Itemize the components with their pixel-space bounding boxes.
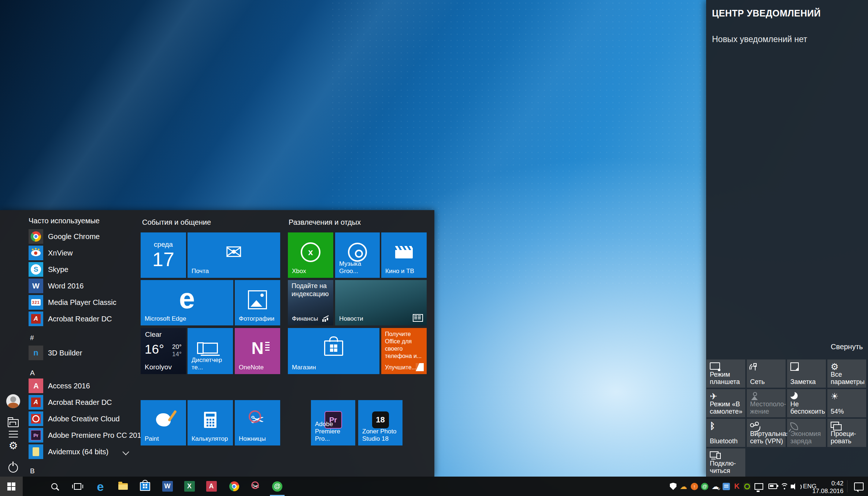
app-row-skype[interactable]: S Skype xyxy=(29,262,133,277)
project-screens-icon xyxy=(831,422,839,428)
tile-premiere[interactable]: Pr Adobe Premiere Pro... xyxy=(311,400,355,445)
taskbar-agent[interactable]: @ xyxy=(266,477,289,496)
app-row-premiere[interactable]: Pr Adobe Premiere Pro CC 2015.3 xyxy=(29,428,133,443)
tile-group-1-header[interactable]: События и общение xyxy=(142,218,211,227)
no-notifications-message: Новых уведомлений нет xyxy=(712,34,807,44)
tray-defender[interactable] xyxy=(668,477,679,496)
tile-groove-music[interactable]: Музыка Groo... xyxy=(335,232,380,278)
qa-connect[interactable]: Подклю-читься xyxy=(706,448,745,477)
blue-app-icon xyxy=(723,483,730,490)
qa-network[interactable]: Сеть xyxy=(747,359,786,388)
tray-battery[interactable] xyxy=(767,477,778,496)
user-account-button[interactable] xyxy=(5,393,21,409)
tile-finance[interactable]: Подайте на индексацию Финансы xyxy=(288,280,333,325)
settings-rail-button[interactable]: ⚙ xyxy=(5,438,21,454)
tile-calculator[interactable]: Калькулятор xyxy=(188,400,233,445)
tray-display[interactable] xyxy=(753,477,764,496)
section-letter-a[interactable]: A xyxy=(30,369,35,377)
tile-photos[interactable]: Фотографии xyxy=(235,280,280,325)
search-button[interactable] xyxy=(43,477,66,496)
action-center-button[interactable] xyxy=(853,477,864,496)
app-row-mpc[interactable]: 321 Media Player Classic xyxy=(29,295,133,310)
app-row-xnview[interactable]: XnView xyxy=(29,246,133,260)
chrome-icon xyxy=(229,481,239,491)
qa-quiet-hours[interactable]: Не беспокоить xyxy=(787,389,826,417)
collapse-link[interactable]: Свернуть xyxy=(831,343,863,351)
tray-app[interactable] xyxy=(721,477,732,496)
taskbar-edge[interactable]: e xyxy=(89,477,112,496)
tile-store[interactable]: Магазин xyxy=(288,328,379,374)
start-menu-panel: ⚙ Часто используемые Google Chrome XnVie… xyxy=(0,210,434,477)
app-row-access[interactable]: A Access 2016 xyxy=(29,378,133,393)
tile-snipping-tool[interactable]: ✂ Ножницы xyxy=(235,400,280,445)
app-row-3d-builder[interactable]: n 3D Builder xyxy=(29,346,133,360)
qa-project[interactable]: Проеци-ровать xyxy=(827,419,866,447)
tray-onedrive-sync[interactable]: ☁ xyxy=(710,477,721,496)
taskbar-word[interactable]: W xyxy=(156,477,179,496)
tile-mail[interactable]: ✉ Почта xyxy=(188,232,280,278)
battery-saver-leaf-icon xyxy=(790,422,798,430)
at-icon: @ xyxy=(701,483,708,490)
app-row-google-chrome[interactable]: Google Chrome xyxy=(29,229,133,244)
qa-airplane-mode[interactable]: ✈ Режим «В самолете» xyxy=(706,389,745,417)
qa-bluetooth[interactable]: ᛒ Bluetooth xyxy=(706,419,745,447)
app-row-acrobat[interactable]: A Acrobat Reader DC xyxy=(29,312,133,326)
tile-movies-tv[interactable]: Кино и ТВ xyxy=(381,232,427,278)
connect-devices-icon xyxy=(710,451,719,458)
power-button[interactable] xyxy=(5,460,21,476)
tile-get-office[interactable]: Получите Office для своего телефона и...… xyxy=(381,328,427,374)
google-chrome-icon xyxy=(29,229,43,244)
tray-volume[interactable] xyxy=(788,477,799,496)
weather-low: 14° xyxy=(172,351,182,358)
qa-brightness[interactable]: ☀ 54% xyxy=(827,389,866,417)
qa-location[interactable]: Местополо-жение xyxy=(747,389,786,417)
app-row-word[interactable]: W Word 2016 xyxy=(29,279,133,293)
qa-note[interactable]: Заметка xyxy=(787,359,826,388)
taskbar-clock[interactable]: 0:42 17.08.2016 xyxy=(812,480,843,495)
qa-tablet-mode[interactable]: Режим планшета xyxy=(706,359,745,388)
app-label: Acrobat Reader DC xyxy=(48,398,112,407)
app-row-adobe-cc[interactable]: Adobe Creative Cloud xyxy=(29,411,133,426)
app-row-avidemux[interactable]: Avidemux (64 bits) xyxy=(29,444,133,459)
app-row-acrobat-2[interactable]: A Acrobat Reader DC xyxy=(29,395,133,410)
tile-edge[interactable]: e Microsoft Edge xyxy=(141,280,233,325)
tile-xbox[interactable]: x Xbox xyxy=(288,232,333,278)
tile-paint[interactable]: Paint xyxy=(141,400,186,445)
phone-laptop-icon xyxy=(203,343,218,354)
finance-chart-icon xyxy=(322,316,330,322)
tray-agent[interactable]: @ xyxy=(699,477,710,496)
tile-weather[interactable]: Clear 16° 20° 14° Korolyov xyxy=(141,328,186,374)
qa-vpn[interactable]: Виртуальная сеть (VPN) xyxy=(747,419,786,447)
section-letter-hash[interactable]: # xyxy=(30,334,34,342)
tile-phone-companion[interactable]: Диспетчер те... xyxy=(188,328,233,374)
paint-palette-icon xyxy=(156,413,171,426)
taskbar-snipping-tool[interactable]: ✂ xyxy=(244,477,267,496)
taskbar-file-explorer[interactable] xyxy=(112,477,134,496)
qa-battery-saver[interactable]: Экономия заряда xyxy=(787,419,826,447)
app-label: Avidemux (64 bits) xyxy=(48,448,108,456)
tile-news[interactable]: Новости xyxy=(335,280,427,325)
start-button[interactable] xyxy=(0,477,23,496)
tray-kaspersky[interactable]: K xyxy=(731,477,742,496)
taskbar-excel[interactable]: X xyxy=(178,477,201,496)
tray-nvidia[interactable] xyxy=(742,477,753,496)
section-letter-b[interactable]: B xyxy=(30,467,35,475)
task-view-button[interactable] xyxy=(66,477,89,496)
office-action-text: Улучшите... xyxy=(385,364,416,371)
taskbar-access[interactable]: A xyxy=(200,477,223,496)
taskbar-store[interactable] xyxy=(134,477,156,496)
tile-zoner[interactable]: 18 Zoner Photo Studio 18 xyxy=(358,400,403,445)
tray-weather-cloud[interactable]: ☁ xyxy=(678,477,689,496)
qa-all-settings[interactable]: ⚙ Все параметры xyxy=(827,359,866,388)
tray-update[interactable]: ↑ xyxy=(689,477,700,496)
tile-group-2-header[interactable]: Развлечения и отдых xyxy=(289,218,361,227)
notification-bubble-icon xyxy=(854,482,864,491)
chevron-down-icon[interactable] xyxy=(122,448,129,455)
file-explorer-rail-button[interactable] xyxy=(5,415,21,431)
action-center-panel: ЦЕНТР УВЕДОМЛЕНИЙ Новых уведомлений нет … xyxy=(706,0,868,477)
tile-onenote[interactable]: N OneNote xyxy=(235,328,280,374)
photos-icon xyxy=(248,290,267,309)
tile-calendar[interactable]: среда 17 xyxy=(141,232,186,278)
taskbar-chrome[interactable] xyxy=(223,477,245,496)
user-avatar xyxy=(6,394,20,408)
